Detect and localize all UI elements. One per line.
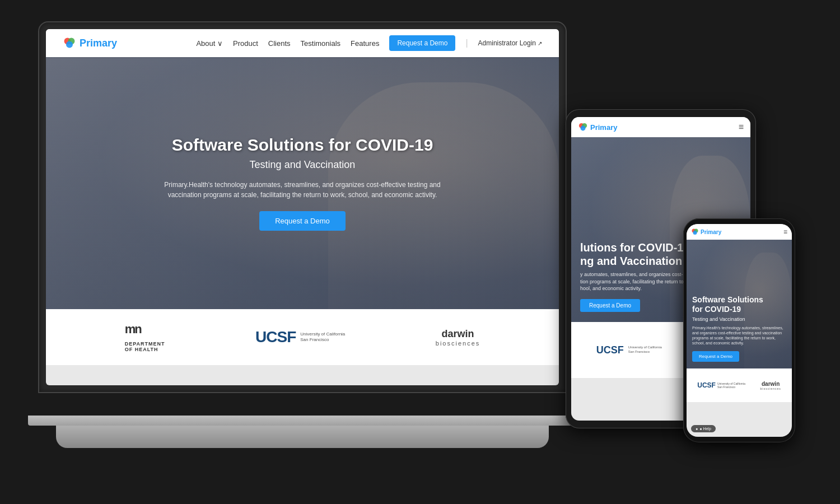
phone-hero-title: Software Solutionsfor COVID-19	[692, 295, 786, 314]
tablet-hero-desc: y automates, streamlines, and organizes …	[580, 271, 690, 292]
phone-hero: Software Solutionsfor COVID-19 Testing a…	[687, 240, 792, 368]
nav-product[interactable]: Product	[233, 39, 258, 48]
tablet-ucsf: UCSF University of CaliforniaSan Francis…	[596, 344, 662, 356]
tablet-nav: Primary ≡	[571, 117, 750, 137]
svg-point-5	[581, 125, 586, 130]
mn-dept-text: DEPARTMENTOF HEALTH	[125, 341, 165, 352]
hero-cta-button[interactable]: Request a Demo	[259, 211, 346, 231]
tablet-hero-title: lutions for COVID-19ng and Vaccination	[580, 241, 690, 268]
ucsf-logo-text: UCSF	[255, 328, 296, 346]
hero-description: Primary.Health's technology automates, s…	[162, 180, 442, 200]
tablet-ucsf-text: UCSF	[596, 344, 624, 356]
phone-logo-text: Primary	[701, 229, 721, 235]
laptop-logo[interactable]: Primary	[63, 36, 117, 50]
laptop-foot	[56, 426, 549, 448]
nav-about[interactable]: About ∨	[196, 39, 223, 48]
nav-demo-button[interactable]: Request a Demo	[389, 35, 455, 51]
phone-logo[interactable]: Primary	[691, 228, 721, 236]
nav-divider: |	[465, 38, 468, 48]
svg-point-2	[66, 41, 73, 48]
phone-darwin-sub: biosciences	[760, 387, 781, 390]
phone-hero-content: Software Solutionsfor COVID-19 Testing a…	[692, 295, 786, 362]
laptop-screen-outer: Primary About ∨ Product Clients Testimon…	[39, 22, 566, 392]
darwin-logo: darwin biosciences	[436, 328, 480, 347]
tablet-menu-icon[interactable]: ≡	[739, 122, 744, 132]
laptop-base	[28, 416, 577, 426]
hero-subtitle: Testing and Vaccination	[162, 159, 442, 171]
phone-nav: Primary ≡	[687, 224, 792, 240]
nav-clients[interactable]: Clients	[268, 39, 291, 48]
svg-point-8	[693, 231, 697, 235]
phone-cta-button[interactable]: Request a Demo	[692, 351, 739, 362]
phone-darwin: darwin biosciences	[760, 381, 781, 390]
help-circle-icon: ●	[696, 427, 698, 431]
hero-title: Software Solutions for COVID-19	[162, 136, 442, 155]
phone-menu-icon[interactable]: ≡	[783, 228, 787, 236]
phone-ucsf-sub: University of CaliforniaSan Francisco	[717, 382, 745, 389]
phone-device: Primary ≡ Software Solutionsfor COVID-19…	[683, 218, 795, 442]
phone-ucsf: UCSF University of CaliforniaSan Francis…	[697, 381, 745, 389]
tablet-ucsf-sub: University of CaliforniaSan Francisco	[628, 346, 662, 354]
nav-testimonials[interactable]: Testimonials	[301, 39, 341, 48]
phone-ucsf-text: UCSF	[697, 381, 716, 389]
phone-hero-desc: Primary.Health's technology automates, s…	[692, 325, 786, 346]
partner-ucsf: UCSF University of CaliforniaSan Francis…	[255, 328, 345, 346]
laptop-nav-links: About ∨ Product Clients Testimonials Fea…	[196, 35, 542, 51]
partner-darwin: darwin biosciences	[436, 328, 480, 347]
external-link-icon: ↗	[538, 40, 542, 46]
darwin-text: darwin	[442, 328, 474, 340]
hero-content: Software Solutions for COVID-19 Testing …	[140, 136, 465, 231]
laptop-screen: Primary About ∨ Product Clients Testimon…	[46, 29, 559, 385]
tablet-hero-content: lutions for COVID-19ng and Vaccination y…	[580, 241, 690, 312]
phone-partners: UCSF University of CaliforniaSan Francis…	[687, 368, 792, 402]
laptop-device: Primary About ∨ Product Clients Testimon…	[28, 22, 577, 459]
darwin-sub: biosciences	[436, 340, 480, 347]
phone-frame: Primary ≡ Software Solutionsfor COVID-19…	[683, 218, 795, 442]
tablet-logo-text: Primary	[590, 123, 617, 132]
laptop-partners: mn DEPARTMENTOF HEALTH UCSF University o…	[46, 309, 559, 365]
laptop-logo-text: Primary	[80, 38, 117, 49]
phone-help-button[interactable]: ● ● Help	[691, 425, 716, 432]
tablet-cta-button[interactable]: Request a Demo	[580, 299, 640, 312]
laptop-nav: Primary About ∨ Product Clients Testimon…	[46, 29, 559, 57]
nav-features[interactable]: Features	[351, 39, 379, 48]
laptop-hero: Software Solutions for COVID-19 Testing …	[46, 57, 559, 309]
phone-hero-subtitle: Testing and Vaccination	[692, 316, 786, 322]
phone-screen: Primary ≡ Software Solutionsfor COVID-19…	[687, 224, 792, 437]
phone-darwin-text: darwin	[762, 381, 780, 387]
partner-mn-health: mn DEPARTMENTOF HEALTH	[125, 322, 165, 352]
nav-admin-link[interactable]: Administrator Login ↗	[478, 39, 542, 47]
tablet-logo[interactable]: Primary	[578, 122, 617, 132]
ucsf-sub-text: University of CaliforniaSan Francisco	[300, 332, 345, 343]
mn-logo-icon: mn	[125, 322, 141, 337]
